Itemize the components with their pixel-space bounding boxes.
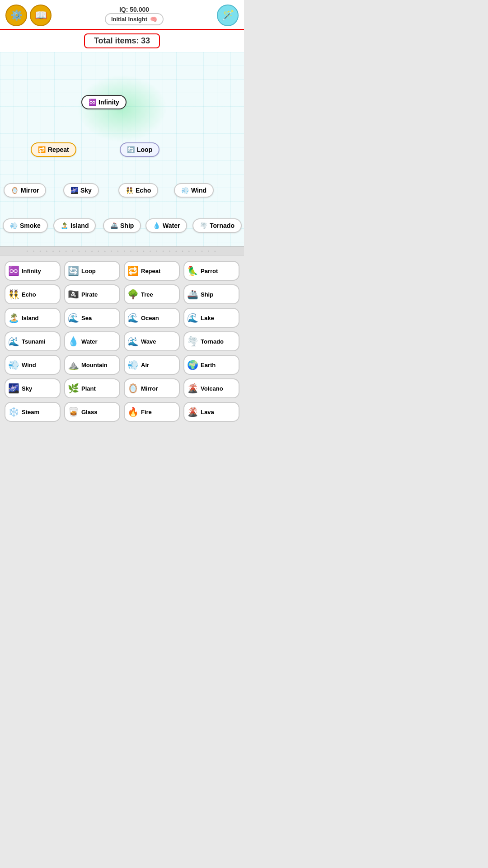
item-label: Mountain	[81, 362, 108, 368]
inventory-item[interactable]: 🌍Earth	[183, 355, 239, 375]
inventory-item[interactable]: 🌊Sea	[64, 308, 120, 328]
inventory-item[interactable]: ❄️Steam	[5, 402, 61, 422]
inventory: ♾️Infinity🔄Loop🔁Repeat🦜Parrot👯Echo🏴‍☠️Pi…	[0, 255, 244, 427]
inventory-item[interactable]: 🪞Mirror	[124, 378, 180, 398]
item-label: Tsunami	[22, 338, 46, 345]
item-emoji: 🌳	[127, 289, 139, 300]
item-label: Lake	[201, 315, 214, 321]
settings-button[interactable]: ⚙️	[5, 5, 27, 26]
inventory-item[interactable]: 🌳Tree	[124, 284, 180, 304]
inventory-item[interactable]: 🏴‍☠️Pirate	[64, 284, 120, 304]
inventory-item[interactable]: 🌪️Tornado	[183, 331, 239, 351]
item-label: Pirate	[81, 291, 98, 298]
inventory-item[interactable]: 🏝️Island	[5, 308, 61, 328]
inventory-item[interactable]: 🦜Parrot	[183, 261, 239, 281]
play-item-smoke[interactable]: 💨 Smoke	[3, 218, 48, 233]
inventory-grid: ♾️Infinity🔄Loop🔁Repeat🦜Parrot👯Echo🏴‍☠️Pi…	[5, 261, 239, 422]
item-label: Glass	[81, 409, 97, 415]
item-emoji: 🌌	[8, 383, 19, 394]
play-item-ship[interactable]: 🚢 Ship	[103, 218, 141, 233]
item-emoji: 💨	[127, 359, 139, 370]
item-label: Air	[141, 362, 149, 368]
ship-label: Ship	[120, 222, 134, 229]
inventory-item[interactable]: 🚢Ship	[183, 284, 239, 304]
inventory-item[interactable]: 🌊Ocean	[124, 308, 180, 328]
total-items-label: Total items:	[94, 36, 139, 45]
play-item-mirror[interactable]: 🪞 Mirror	[4, 183, 46, 198]
smoke-emoji: 💨	[10, 222, 18, 229]
inventory-item[interactable]: 🌊Lake	[183, 308, 239, 328]
ship-emoji: 🚢	[110, 222, 118, 229]
play-item-repeat[interactable]: 🔁 Repeat	[31, 142, 76, 157]
inventory-item[interactable]: 🌿Plant	[64, 378, 120, 398]
item-emoji: 🔁	[127, 265, 139, 276]
brain-icon: 🧠	[150, 16, 157, 23]
play-item-island[interactable]: 🏝️ Island	[53, 218, 96, 233]
item-emoji: ⛰️	[68, 359, 79, 370]
item-emoji: 🌊	[68, 312, 79, 323]
item-emoji: 🚢	[187, 289, 198, 300]
item-label: Plant	[81, 385, 96, 392]
item-label: Sea	[81, 315, 92, 321]
play-item-tornado[interactable]: 🌪️ Tornado	[192, 218, 242, 233]
item-emoji: 🌊	[187, 312, 198, 323]
echo-emoji: 👯	[126, 187, 133, 194]
item-label: Fire	[141, 409, 152, 415]
separator: ◦ ◦ ◦ ◦ ◦ ◦ ◦ ◦ ◦ ◦ ◦ ◦ ◦ ◦ ◦ ◦ ◦ ◦ ◦ ◦ …	[0, 246, 244, 255]
book-button[interactable]: 📖	[30, 5, 52, 26]
repeat-emoji: 🔁	[38, 146, 46, 153]
wind-label: Wind	[191, 187, 206, 194]
brush-button[interactable]: 🪄	[217, 5, 239, 26]
island-label: Island	[70, 222, 89, 229]
item-label: Earth	[201, 362, 216, 368]
item-label: Volcano	[201, 385, 223, 392]
inventory-item[interactable]: 🌋Volcano	[183, 378, 239, 398]
island-emoji: 🏝️	[61, 222, 68, 229]
insight-label: Initial Insight	[111, 16, 147, 23]
echo-label: Echo	[136, 187, 151, 194]
inventory-item[interactable]: 🌋Lava	[183, 402, 239, 422]
inventory-item[interactable]: 💨Wind	[5, 355, 61, 375]
repeat-label: Repeat	[48, 146, 69, 153]
item-label: Water	[81, 338, 98, 345]
loop-label: Loop	[137, 146, 152, 153]
inventory-item[interactable]: 💧Water	[64, 331, 120, 351]
inventory-item[interactable]: 💨Air	[124, 355, 180, 375]
item-label: Parrot	[201, 268, 218, 274]
play-item-echo[interactable]: 👯 Echo	[118, 183, 158, 198]
inventory-item[interactable]: 🌊Tsunami	[5, 331, 61, 351]
inventory-item[interactable]: 🔥Fire	[124, 402, 180, 422]
item-label: Sky	[22, 385, 32, 392]
sky-label: Sky	[80, 187, 92, 194]
inventory-item[interactable]: 🔄Loop	[64, 261, 120, 281]
water-emoji: 💧	[153, 222, 160, 229]
inventory-item[interactable]: ♾️Infinity	[5, 261, 61, 281]
inventory-item[interactable]: 🥃Glass	[64, 402, 120, 422]
item-emoji: 🌋	[187, 406, 198, 417]
infinity-emoji: ♾️	[89, 99, 96, 106]
play-item-loop[interactable]: 🔄 Loop	[120, 142, 160, 157]
inventory-item[interactable]: 👯Echo	[5, 284, 61, 304]
item-emoji: 💧	[68, 336, 79, 347]
item-label: Tree	[141, 291, 153, 298]
item-emoji: 🌊	[127, 312, 139, 323]
inventory-item[interactable]: ⛰️Mountain	[64, 355, 120, 375]
play-item-infinity[interactable]: ♾️ Infinity	[81, 95, 127, 109]
play-item-sky[interactable]: 🌌 Sky	[63, 183, 99, 198]
inventory-item[interactable]: 🔁Repeat	[124, 261, 180, 281]
item-emoji: 🪞	[127, 383, 139, 394]
inventory-item[interactable]: 🌊Wave	[124, 331, 180, 351]
item-emoji: 🔄	[68, 265, 79, 276]
smoke-label: Smoke	[20, 222, 41, 229]
item-label: Loop	[81, 268, 96, 274]
sky-emoji: 🌌	[70, 187, 78, 194]
item-emoji: 💨	[8, 359, 19, 370]
play-item-wind[interactable]: 💨 Wind	[174, 183, 214, 198]
item-label: Lava	[201, 409, 214, 415]
play-area: ♾️ Infinity 🔁 Repeat 🔄 Loop 🪞 Mirror 🌌 S…	[0, 52, 244, 246]
inventory-item[interactable]: 🌌Sky	[5, 378, 61, 398]
play-item-water[interactable]: 💧 Water	[145, 218, 187, 233]
separator-dots: ◦ ◦ ◦ ◦ ◦ ◦ ◦ ◦ ◦ ◦ ◦ ◦ ◦ ◦ ◦ ◦ ◦ ◦ ◦ ◦ …	[27, 249, 218, 254]
tornado-label: Tornado	[210, 222, 235, 229]
item-emoji: 🌿	[68, 383, 79, 394]
